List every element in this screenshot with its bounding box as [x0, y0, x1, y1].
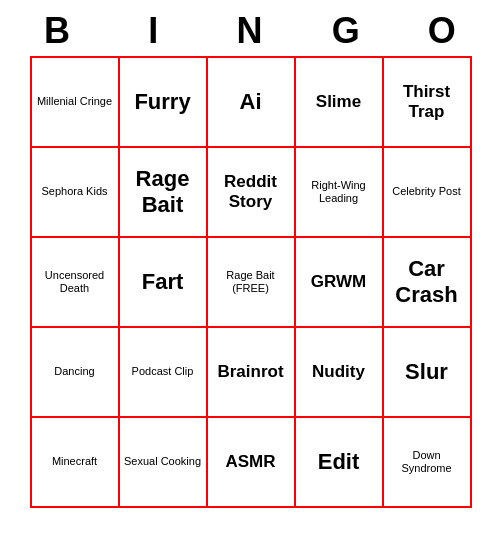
bingo-cell-9: Celebrity Post	[384, 148, 472, 238]
bingo-cell-19: Slur	[384, 328, 472, 418]
bingo-cell-13: GRWM	[296, 238, 384, 328]
bingo-cell-14: Car Crash	[384, 238, 472, 328]
bingo-cell-0: Millenial Cringe	[32, 58, 120, 148]
bingo-cell-10: Uncensored Death	[32, 238, 120, 328]
bingo-cell-12: Rage Bait (FREE)	[208, 238, 296, 328]
title-i: I	[110, 10, 198, 52]
bingo-cell-15: Dancing	[32, 328, 120, 418]
bingo-cell-24: Down Syndrome	[384, 418, 472, 508]
title-n: N	[206, 10, 294, 52]
bingo-cell-22: ASMR	[208, 418, 296, 508]
bingo-grid: Millenial CringeFurryAiSlimeThirst TrapS…	[30, 56, 472, 508]
bingo-cell-20: Minecraft	[32, 418, 120, 508]
title-g: G	[303, 10, 391, 52]
bingo-cell-16: Podcast Clip	[120, 328, 208, 418]
bingo-cell-17: Brainrot	[208, 328, 296, 418]
bingo-title: B I N G O	[10, 10, 491, 52]
bingo-cell-3: Slime	[296, 58, 384, 148]
bingo-cell-23: Edit	[296, 418, 384, 508]
bingo-cell-11: Fart	[120, 238, 208, 328]
title-b: B	[14, 10, 102, 52]
bingo-cell-18: Nudity	[296, 328, 384, 418]
title-o: O	[399, 10, 487, 52]
bingo-cell-2: Ai	[208, 58, 296, 148]
bingo-cell-7: Reddit Story	[208, 148, 296, 238]
bingo-cell-1: Furry	[120, 58, 208, 148]
bingo-cell-8: Right-Wing Leading	[296, 148, 384, 238]
bingo-cell-5: Sephora Kids	[32, 148, 120, 238]
bingo-cell-4: Thirst Trap	[384, 58, 472, 148]
bingo-cell-6: Rage Bait	[120, 148, 208, 238]
bingo-cell-21: Sexual Cooking	[120, 418, 208, 508]
